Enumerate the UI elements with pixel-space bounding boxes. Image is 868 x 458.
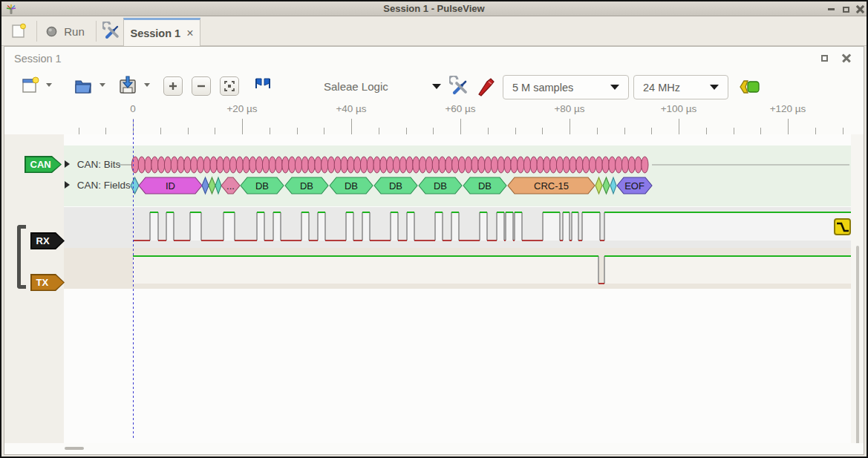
can-bit-annotation	[478, 157, 485, 173]
zoom-in-icon	[168, 81, 178, 91]
toolbar-separator	[36, 21, 37, 42]
tab-session-1[interactable]: Session 1 ×	[123, 18, 200, 46]
can-bit-annotation	[138, 157, 145, 173]
ruler-tick	[215, 128, 215, 134]
can-bit-annotation	[164, 157, 171, 173]
can-bit-annotation	[210, 157, 217, 173]
close-button[interactable]	[854, 4, 866, 14]
can-decoder-tag[interactable]: CAN	[25, 156, 62, 173]
row-label-can-fields[interactable]: CAN: Fields	[65, 180, 131, 191]
configure-device-button[interactable]	[449, 76, 470, 99]
can-field-label: DB	[255, 180, 269, 192]
settings-button[interactable]	[100, 20, 124, 42]
can-bit-annotation	[485, 157, 492, 173]
can-bit-annotation	[322, 157, 328, 173]
expand-arrow-icon[interactable]	[65, 160, 70, 168]
can-bit-annotation	[616, 157, 622, 173]
can-field-label: EOF	[624, 180, 645, 192]
ruler-tick	[433, 128, 434, 134]
falling-edge-icon	[836, 221, 849, 233]
can-field-flag	[215, 177, 221, 194]
can-bit-annotation	[387, 157, 394, 173]
zoom-fit-button[interactable]	[220, 76, 239, 96]
rx-channel-tag[interactable]: RX	[30, 232, 65, 249]
channels-button[interactable]	[477, 76, 496, 99]
zoom-out-button[interactable]	[192, 76, 211, 96]
dock-title: Session 1	[14, 53, 62, 65]
tx-tag-label: TX	[36, 277, 49, 288]
device-dropdown[interactable]	[432, 84, 441, 89]
tab-close-button[interactable]: ×	[186, 27, 193, 39]
can-bit-annotation	[589, 157, 595, 173]
can-bit-annotation	[609, 157, 616, 173]
ruler-tick	[188, 128, 189, 134]
new-file-dropdown[interactable]	[46, 83, 52, 87]
session-dock: Session 1	[4, 46, 864, 455]
show-cursors-button[interactable]	[252, 76, 273, 99]
save-button[interactable]	[117, 75, 138, 99]
can-bit-annotation	[393, 157, 399, 173]
row-label-can-bits[interactable]: CAN: Bits	[65, 159, 120, 170]
sample-count-value: 5 M samples	[512, 82, 573, 94]
horizontal-scrollbar[interactable]	[65, 447, 84, 450]
open-folder-icon	[73, 75, 94, 96]
maximize-button[interactable]	[840, 4, 852, 14]
ruler-tick	[351, 119, 352, 134]
can-field-label: DB	[345, 180, 358, 192]
can-bit-annotation	[249, 157, 256, 173]
pulseview-window: Session 1 - PulseView Run	[0, 0, 868, 458]
dock-close-button[interactable]	[840, 51, 853, 65]
can-bit-annotation	[452, 157, 459, 173]
can-bit-annotation	[537, 157, 544, 173]
expand-arrow-icon[interactable]	[65, 181, 70, 189]
ruler-tick	[706, 128, 707, 134]
can-bit-annotation	[471, 157, 478, 173]
ruler-label: +40 µs	[336, 103, 366, 114]
ruler-tick	[760, 128, 761, 134]
zoom-in-button[interactable]	[163, 76, 183, 96]
add-decoder-button[interactable]	[738, 79, 762, 97]
ruler-tick	[651, 128, 652, 134]
vertical-scrollbar[interactable]	[856, 246, 859, 446]
save-dropdown[interactable]	[144, 83, 150, 87]
wrench-screwdriver-icon	[102, 22, 122, 41]
device-selector[interactable]: Saleae Logic	[324, 80, 388, 94]
ruler-tick	[379, 128, 379, 134]
ruler-tick	[406, 128, 407, 134]
device-name: Saleae Logic	[324, 80, 388, 93]
can-bit-annotation	[511, 157, 518, 173]
can-bit-annotation	[621, 157, 628, 173]
time-cursor-line[interactable]	[133, 120, 134, 440]
can-bit-annotation	[334, 157, 341, 173]
can-field-label: ID	[166, 180, 175, 192]
open-button[interactable]	[73, 75, 94, 99]
ruler-tick	[242, 119, 243, 134]
new-session-button[interactable]	[7, 20, 31, 42]
can-bit-annotation	[439, 157, 446, 173]
sample-count-select[interactable]: 5 M samples	[503, 75, 629, 99]
tx-channel-tag[interactable]: TX	[30, 274, 65, 291]
ruler-tick	[515, 128, 516, 134]
dock-restore-button[interactable]	[818, 51, 831, 65]
can-bit-annotation	[458, 157, 465, 173]
can-bit-annotation	[289, 157, 296, 173]
sample-rate-select[interactable]: 24 MHz	[633, 75, 728, 99]
can-bit-annotation	[373, 157, 380, 173]
can-bit-annotation	[420, 157, 426, 173]
can-bit-annotation	[432, 157, 439, 173]
can-bit-annotation	[197, 157, 203, 173]
ruler-tick	[679, 119, 679, 134]
can-field-label: CRC-15	[534, 180, 569, 192]
probe-icon	[477, 76, 496, 96]
can-bit-annotation	[504, 157, 511, 173]
can-bit-annotation	[243, 157, 249, 173]
minimize-button[interactable]	[825, 4, 837, 14]
open-dropdown[interactable]	[99, 83, 105, 87]
trigger-falling-edge-marker[interactable]	[834, 218, 851, 235]
can-bit-annotation	[425, 157, 432, 173]
can-bit-annotation	[465, 157, 471, 173]
can-bit-annotation	[256, 157, 263, 173]
can-field-label: ...	[226, 180, 235, 192]
run-button[interactable]: Run	[43, 20, 88, 42]
new-file-button[interactable]	[21, 76, 40, 98]
